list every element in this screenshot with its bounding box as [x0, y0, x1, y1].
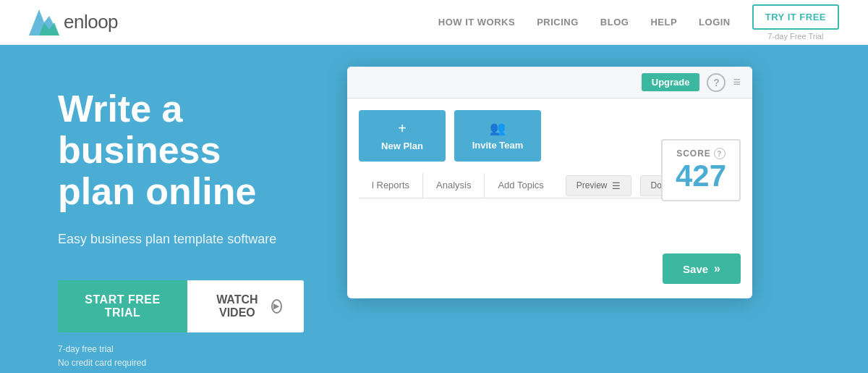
- try-it-free-wrapper: TRY IT FREE 7-day Free Trial: [752, 4, 839, 41]
- tabs-group: l Reports Analysis Add Topics: [359, 173, 557, 198]
- hero-section: Write a business plan online Easy busine…: [0, 45, 868, 373]
- logo[interactable]: enloop: [29, 9, 118, 35]
- navbar: enloop HOW IT WORKS PRICING BLOG HELP LO…: [0, 0, 868, 45]
- nav-pricing[interactable]: PRICING: [537, 17, 579, 28]
- nav-how-it-works[interactable]: HOW IT WORKS: [438, 17, 515, 28]
- save-button[interactable]: Save »: [663, 253, 741, 284]
- hero-subtext: Easy business plan template software: [58, 230, 304, 248]
- play-icon: ▶: [271, 299, 282, 314]
- trial-note: 7-day free trial No credit card required: [58, 343, 304, 370]
- trial-note-line1: 7-day free trial: [58, 343, 304, 356]
- logo-text: enloop: [64, 11, 118, 33]
- trial-note-line2: No credit card required: [58, 356, 304, 370]
- score-number: 427: [670, 159, 732, 193]
- save-label: Save: [683, 263, 708, 275]
- nav-login[interactable]: LOGIN: [699, 17, 731, 28]
- tab-add-topics[interactable]: Add Topics: [485, 174, 556, 198]
- app-screenshot: Upgrade ? ≡ + New Plan 👥 Invite Team: [347, 67, 752, 298]
- nav-help[interactable]: HELP: [650, 17, 677, 28]
- hero-right: Upgrade ? ≡ + New Plan 👥 Invite Team: [333, 45, 868, 373]
- free-trial-subtitle: 7-day Free Trial: [767, 32, 823, 41]
- save-row: Save »: [663, 253, 741, 284]
- hero-left: Write a business plan online Easy busine…: [0, 45, 333, 373]
- watch-video-label: WATCH VIDEO: [209, 293, 265, 319]
- save-arrows-icon: »: [714, 262, 720, 275]
- tab-analysis[interactable]: Analysis: [423, 174, 484, 198]
- upgrade-button[interactable]: Upgrade: [642, 73, 700, 91]
- invite-team-button[interactable]: 👥 Invite Team: [454, 110, 541, 162]
- hero-headline: Write a business plan online: [58, 88, 304, 213]
- menu-icon[interactable]: ≡: [733, 75, 741, 90]
- score-box: SCORE ? 427: [661, 139, 741, 201]
- new-plan-button[interactable]: + New Plan: [359, 110, 446, 162]
- team-icon: 👥: [490, 120, 506, 136]
- help-icon[interactable]: ?: [707, 73, 726, 92]
- preview-button[interactable]: Preview ☰: [566, 175, 631, 196]
- try-it-free-button[interactable]: TRY IT FREE: [752, 4, 839, 30]
- hero-buttons: START FREE TRIAL WATCH VIDEO ▶: [58, 280, 304, 332]
- app-header: Upgrade ? ≡: [347, 67, 752, 99]
- plus-icon: +: [398, 120, 407, 137]
- invite-team-label: Invite Team: [472, 140, 524, 151]
- score-help-icon: ?: [714, 148, 726, 159]
- nav-blog[interactable]: BLOG: [600, 17, 629, 28]
- watch-video-button[interactable]: WATCH VIDEO ▶: [187, 280, 304, 332]
- logo-icon: [29, 9, 59, 35]
- start-free-trial-button[interactable]: START FREE TRIAL: [58, 280, 187, 332]
- nav-links: HOW IT WORKS PRICING BLOG HELP LOGIN TRY…: [438, 4, 839, 41]
- preview-label: Preview: [576, 180, 608, 190]
- new-plan-label: New Plan: [381, 141, 423, 151]
- tab-reports[interactable]: l Reports: [359, 174, 422, 198]
- preview-icon: ☰: [612, 180, 621, 191]
- score-label: SCORE ?: [670, 148, 732, 159]
